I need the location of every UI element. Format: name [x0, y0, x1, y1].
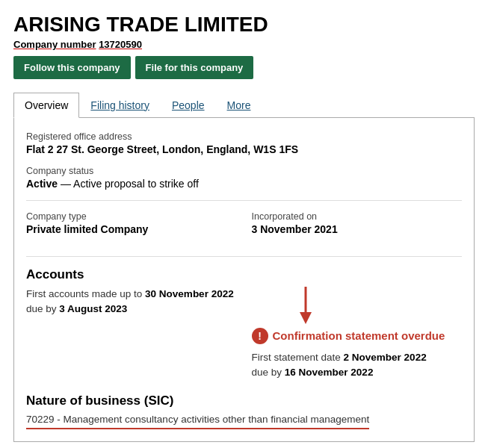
company-status-bold: Active [26, 178, 58, 190]
registered-office-value: Flat 2 27 St. George Street, London, Eng… [26, 143, 462, 155]
statement-due-date: 16 November 2022 [285, 367, 374, 378]
type-incorporated-row: Company type Private limited Company Inc… [26, 211, 462, 246]
statement-due-text: due by [252, 367, 282, 378]
incorporated-label: Incorporated on [252, 211, 463, 222]
first-accounts-date: 30 November 2022 [145, 288, 234, 299]
nature-heading: Nature of business (SIC) [26, 393, 462, 408]
company-status-rest: — Active proposal to strike off [58, 178, 199, 190]
nature-body-text: 70229 - Management consultancy activitie… [26, 414, 369, 429]
accounts-body: First accounts made up to 30 November 20… [26, 287, 462, 381]
company-number-value: 13720590 [99, 39, 142, 50]
nature-value: 70229 - Management consultancy activitie… [26, 413, 462, 429]
tab-people[interactable]: People [161, 93, 216, 117]
first-statement-text: First statement date [252, 352, 341, 363]
company-title: ARISING TRADE LIMITED [13, 12, 475, 37]
tab-overview[interactable]: Overview [13, 93, 79, 118]
overdue-icon: ! [252, 328, 268, 344]
incorporated-value: 3 November 2021 [252, 223, 463, 235]
main-panel: Registered office address Flat 2 27 St. … [13, 118, 475, 443]
first-statement-date: 2 November 2022 [344, 352, 427, 363]
accounts-due-date: 3 August 2023 [59, 303, 127, 314]
company-status-block: Company status Active — Active proposal … [26, 166, 462, 190]
incorporated-col: Incorporated on 3 November 2021 [237, 211, 463, 246]
accounts-due-text: due by [26, 303, 57, 314]
registered-office-label: Registered office address [26, 131, 462, 142]
company-type-col: Company type Private limited Company [26, 211, 237, 246]
divider-2 [26, 256, 462, 257]
file-button[interactable]: File for this company [135, 56, 254, 79]
company-type-label: Company type [26, 211, 237, 222]
company-number-label: Company number [13, 39, 96, 50]
company-status-value: Active — Active proposal to strike off [26, 178, 462, 190]
first-accounts-text: First accounts made up to [26, 288, 142, 299]
accounts-right: ! Confirmation statement overdue First s… [237, 287, 463, 381]
follow-button[interactable]: Follow this company [13, 56, 131, 79]
tab-more[interactable]: More [216, 93, 262, 117]
svg-marker-1 [300, 312, 312, 324]
action-buttons: Follow this company File for this compan… [13, 56, 475, 79]
statement-info: First statement date 2 November 2022 due… [252, 350, 427, 381]
tab-filing-history[interactable]: Filing history [79, 93, 161, 117]
divider-1 [26, 200, 462, 201]
accounts-heading: Accounts [26, 267, 462, 282]
tabs-bar: Overview Filing history People More [13, 93, 475, 118]
accounts-left: First accounts made up to 30 November 20… [26, 287, 237, 317]
company-number: Company number 13720590 [13, 39, 475, 50]
company-type-value: Private limited Company [26, 223, 237, 235]
overdue-label: Confirmation statement overdue [273, 329, 445, 342]
accounts-section: Accounts First accounts made up to 30 No… [26, 267, 462, 381]
down-arrow-icon [297, 287, 315, 324]
nature-section: Nature of business (SIC) 70229 - Managem… [26, 393, 462, 429]
company-status-label: Company status [26, 166, 462, 176]
overdue-notice: ! Confirmation statement overdue [252, 328, 445, 344]
registered-office-block: Registered office address Flat 2 27 St. … [26, 131, 462, 155]
